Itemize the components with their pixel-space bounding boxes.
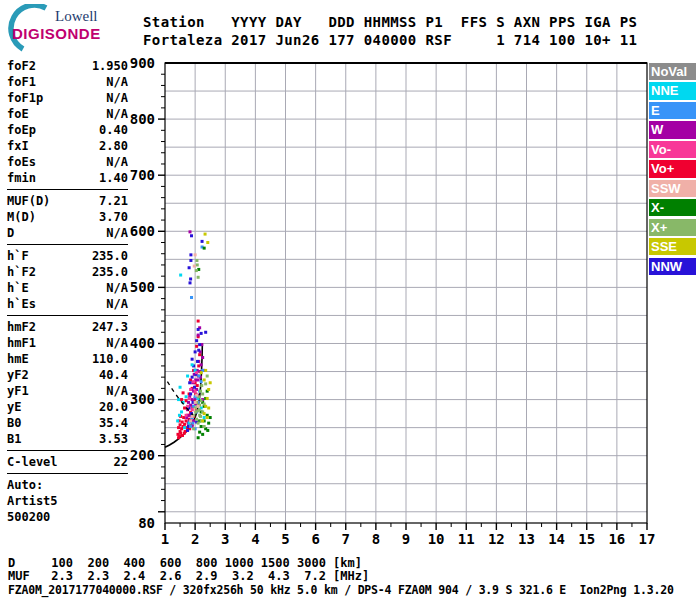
echo-point [177, 426, 180, 429]
echo-point [206, 375, 209, 378]
x-axis-tick-label: 8 [372, 531, 380, 547]
echo-point [206, 241, 209, 244]
echo-point [203, 416, 206, 419]
echo-point [195, 339, 198, 342]
x-axis-tick-label: 15 [578, 531, 595, 547]
echo-point [204, 233, 207, 236]
y-axis-tick-label: 200 [130, 447, 155, 463]
echo-point [194, 253, 197, 256]
echo-point [197, 436, 200, 439]
echo-point [183, 423, 186, 426]
x-axis-tick-label: 14 [548, 531, 565, 547]
ionogram-chart: 9008007006005004003002008012345678910111… [0, 0, 700, 600]
echo-point [189, 392, 192, 395]
x-axis-tick-label: 2 [191, 531, 199, 547]
echo-point [176, 419, 179, 422]
echo-point [203, 425, 206, 428]
y-axis-tick-label: 900 [130, 55, 155, 71]
echo-point [183, 407, 186, 410]
echo-point [200, 384, 203, 387]
echo-point [203, 412, 206, 415]
echo-point [201, 356, 204, 359]
echo-point [198, 343, 201, 346]
echo-point [191, 398, 194, 401]
echo-point [199, 390, 202, 393]
echo-point [180, 410, 183, 413]
echo-point [189, 259, 192, 262]
legend-item-vo: Vo+ [649, 160, 696, 177]
echo-point [198, 408, 201, 411]
echo-point [200, 380, 203, 383]
echo-point [191, 415, 194, 418]
x-axis-tick-label: 11 [458, 531, 475, 547]
x-axis-tick-label: 6 [311, 531, 319, 547]
y-axis-tick-label: 400 [130, 335, 155, 351]
legend-item-ssw: SSW [649, 180, 696, 197]
echo-point [178, 414, 181, 417]
echo-point [189, 425, 192, 428]
echo-point [189, 230, 192, 233]
echo-point [192, 380, 195, 383]
echo-point [203, 378, 206, 381]
echo-point [191, 358, 194, 361]
echo-point [195, 259, 198, 262]
echo-point [187, 401, 190, 404]
legend-item-e: E [649, 102, 696, 119]
x-axis-tick-label: 13 [518, 531, 535, 547]
echo-point [197, 328, 200, 331]
echo-point [200, 399, 203, 402]
echo-point [198, 431, 201, 434]
legend-item-x: X- [649, 199, 696, 216]
y-axis-tick-label: 600 [130, 223, 155, 239]
echo-point [200, 371, 203, 374]
echo-point [189, 378, 192, 381]
echo-point [197, 405, 200, 408]
echo-point [177, 398, 180, 401]
legend-item-noval: NoVal [649, 63, 696, 80]
echo-point [194, 350, 197, 353]
echo-point [186, 429, 189, 432]
echo-point [201, 433, 204, 436]
echo-point [206, 429, 209, 432]
echo-point [191, 363, 194, 366]
legend-item-x: X+ [649, 219, 696, 236]
echo-point [197, 422, 200, 425]
echo-point [207, 422, 210, 425]
echo-point [179, 386, 182, 389]
echo-point [195, 418, 198, 421]
echo-point [207, 388, 210, 391]
y-axis-tick-label: 500 [130, 279, 155, 295]
echo-point [191, 408, 194, 411]
legend-item-vo: Vo- [649, 141, 696, 158]
echo-point [185, 414, 188, 417]
legend-item-nne: NNE [649, 82, 696, 99]
echo-point [199, 415, 202, 418]
y-axis-tick-label: 800 [130, 111, 155, 127]
echo-point [200, 425, 203, 428]
echo-point [209, 416, 212, 419]
legend-item-w: W [649, 121, 696, 138]
echo-point [206, 416, 209, 419]
echo-point [189, 253, 192, 256]
echo-point [197, 334, 200, 337]
echo-point [197, 320, 200, 323]
echo-point [188, 266, 191, 269]
echo-point [180, 398, 183, 401]
echo-point [201, 240, 204, 243]
echo-point [196, 384, 199, 387]
echo-point [195, 394, 198, 397]
echo-point [204, 331, 207, 334]
x-axis-tick-label: 5 [281, 531, 289, 547]
echo-point [201, 392, 204, 395]
footer-muf-row: MUF 2.3 2.3 2.4 2.6 2.9 3.2 4.3 7.2 [MHz… [8, 570, 369, 583]
echo-point [203, 247, 206, 250]
echo-point [190, 234, 193, 237]
echo-point [189, 419, 192, 422]
echo-point [193, 386, 196, 389]
echo-point [189, 281, 192, 284]
footer-file-info: FZA0M_2017177040000.RSF / 320fx256h 50 k… [8, 584, 674, 597]
legend: NoValNNEEWVo-Vo+SSWX-X+SSENNW [649, 63, 696, 275]
echo-point [197, 375, 200, 378]
echo-point [195, 269, 198, 272]
echo-point [196, 263, 199, 266]
